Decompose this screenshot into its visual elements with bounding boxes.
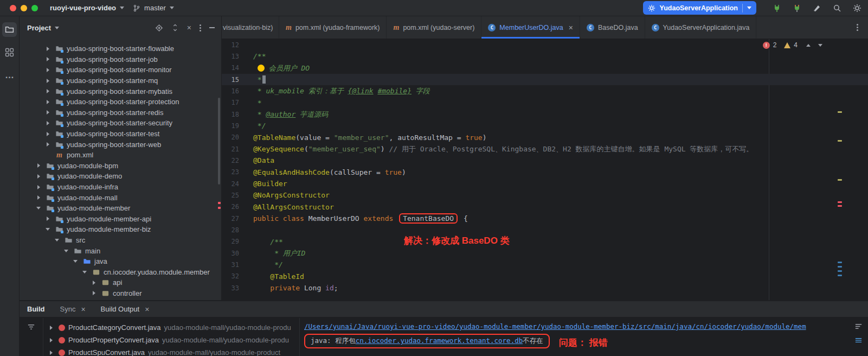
tree-chevron-icon[interactable]	[43, 217, 52, 221]
build-file-row-productspuconvert-java[interactable]: ProductSpuConvert.javayudao-module-mall/…	[47, 346, 299, 356]
stripe-mark[interactable]	[838, 266, 842, 268]
close-icon[interactable]: ×	[81, 305, 85, 314]
code-line[interactable]: 28	[222, 224, 868, 236]
tree-chevron-icon[interactable]	[53, 239, 61, 241]
tree-item-yudao-spring-boot-starter-protection[interactable]: yudao-spring-boot-starter-protection	[20, 97, 221, 107]
tree-chevron-icon[interactable]	[43, 79, 52, 83]
plugin-action-icon-3[interactable]	[813, 4, 821, 12]
locate-file-icon[interactable]	[155, 24, 163, 32]
build-output-console[interactable]: /Users/yunai/Java/ruoyi-vue-pro-video/yu…	[299, 318, 868, 356]
tree-chevron-icon[interactable]	[34, 174, 43, 179]
code-line[interactable]: 30 * 用户ID	[222, 247, 868, 259]
tree-item-yudao-module-member-api[interactable]: yudao-module-member-api	[20, 214, 221, 225]
tree-item-yudao-spring-boot-starter-mq[interactable]: yudao-spring-boot-starter-mq	[20, 75, 221, 86]
hide-panel-icon[interactable]	[209, 27, 215, 28]
build-error-package-link[interactable]: cn.iocoder.yudao.framework.tenant.core.d…	[356, 336, 523, 345]
stripe-mark[interactable]	[838, 275, 842, 276]
code-line[interactable]: 29 /**	[222, 236, 868, 247]
project-view-selector[interactable]: Project	[27, 24, 59, 32]
filter-icon[interactable]	[27, 323, 35, 356]
editor-tab-basedo-java[interactable]: CBaseDO.java	[580, 16, 645, 39]
tree-item-yudao-spring-boot-starter-test[interactable]: yudao-spring-boot-starter-test	[20, 129, 221, 139]
tab-build-output[interactable]: Build Output ×	[101, 305, 150, 314]
tree-chevron-icon[interactable]	[43, 47, 52, 51]
tree-chevron-icon[interactable]	[71, 260, 80, 263]
collapse-all-icon[interactable]: ×	[187, 24, 191, 31]
structure-tool-icon[interactable]	[2, 45, 17, 60]
tree-item-api[interactable]: api	[20, 277, 221, 288]
tree-chevron-icon[interactable]	[34, 195, 43, 200]
tree-item-yudao-spring-boot-starter-job[interactable]: yudao-spring-boot-starter-job	[20, 54, 221, 65]
tree-item-yudao-spring-boot-starter-redis[interactable]: yudao-spring-boot-starter-redis	[20, 107, 221, 118]
tree-item-pom-xml[interactable]: mpom.xml	[20, 150, 221, 161]
code-line[interactable]: 24@Builder	[222, 178, 868, 189]
tree-chevron-icon[interactable]	[43, 228, 52, 231]
error-stripe[interactable]	[837, 39, 843, 300]
editor-tab-memberuserdo-java[interactable]: CMemberUserDO.java×	[481, 16, 580, 39]
project-tool-icon[interactable]	[2, 22, 17, 37]
tree-chevron-icon[interactable]	[43, 110, 52, 115]
previous-problem-icon[interactable]	[806, 44, 811, 47]
tree-chevron-icon[interactable]	[43, 142, 52, 147]
tree-item-yudao-module-mall[interactable]: yudao-module-mall	[20, 192, 221, 203]
build-panel-title[interactable]: Build	[27, 305, 45, 313]
tree-chevron-icon[interactable]	[62, 250, 70, 252]
build-file-row-productpropertyconvert-java[interactable]: ProductPropertyConvert.javayudao-module-…	[47, 334, 299, 346]
tree-chevron-icon[interactable]	[80, 271, 89, 274]
tree-item-yudao-spring-boot-starter-mybatis[interactable]: yudao-spring-boot-starter-mybatis	[20, 86, 221, 97]
tree-item-yudao-spring-boot-starter-web[interactable]: yudao-spring-boot-starter-web	[20, 139, 221, 150]
project-scrollbar[interactable]	[218, 98, 220, 185]
tree-chevron-icon[interactable]	[34, 163, 43, 168]
tree-chevron-icon[interactable]	[89, 281, 98, 285]
row-chevron-icon[interactable]	[47, 338, 55, 342]
code-line[interactable]: 31 */	[222, 259, 868, 270]
soft-wrap-icon[interactable]	[854, 322, 863, 330]
tree-item-yudao-module-member-biz[interactable]: yudao-module-member-biz	[20, 224, 221, 235]
tree-chevron-icon[interactable]	[43, 121, 52, 125]
maximize-window-button[interactable]	[31, 5, 38, 11]
more-options-icon[interactable]	[200, 27, 201, 29]
tree-chevron-icon[interactable]	[43, 57, 52, 61]
tree-item-main[interactable]: main	[20, 245, 221, 256]
search-icon[interactable]	[833, 4, 841, 12]
stripe-mark[interactable]	[838, 205, 842, 207]
tree-item-cn-iocoder-yudao-module-member[interactable]: cn.iocoder.yudao.module.member	[20, 266, 221, 277]
branch-switcher[interactable]: master	[133, 4, 174, 12]
tree-item-yudao-module-member[interactable]: yudao-module-member	[20, 203, 221, 214]
tree-chevron-icon[interactable]	[34, 207, 43, 209]
tab-sync[interactable]: Sync ×	[60, 305, 86, 314]
stripe-mark[interactable]	[838, 201, 842, 203]
code-line[interactable]: 15 *	[222, 74, 868, 85]
stripe-mark[interactable]	[838, 111, 842, 113]
code-line[interactable]: 13/**	[222, 50, 868, 62]
tree-chevron-icon[interactable]	[43, 89, 52, 93]
plugin-action-icon-1[interactable]	[773, 4, 781, 12]
editor-tab-pom-xml-yudao-framework[interactable]: mpom.xml (yudao-framework)	[279, 16, 387, 39]
code-line[interactable]: 21@KeySequence("member_user_seq") // 用于 …	[222, 143, 868, 155]
tree-item-src[interactable]: src	[20, 235, 221, 246]
code-line[interactable]: 17 *	[222, 97, 868, 109]
tree-item-java[interactable]: java	[20, 256, 221, 267]
project-switcher[interactable]: ruoyi-vue-pro-video	[50, 4, 124, 12]
tree-item-yudao-spring-boot-starter-flowable[interactable]: yudao-spring-boot-starter-flowable	[20, 43, 221, 54]
code-line[interactable]: 23@EqualsAndHashCode(callSuper = true)	[222, 167, 868, 178]
tree-item-yudao-module-bpm[interactable]: yudao-module-bpm	[20, 161, 221, 171]
minimize-window-button[interactable]	[21, 5, 27, 11]
run-configuration-button[interactable]: YudaoServerApplication	[643, 1, 756, 15]
tree-item-yudao-module-infra[interactable]: yudao-module-infra	[20, 182, 221, 193]
next-problem-icon[interactable]	[818, 44, 822, 47]
code-line[interactable]: 16 * uk_mobile 索引：基于 {@link #mobile} 字段	[222, 85, 868, 97]
code-line[interactable]: 14 会员用户 DO	[222, 62, 868, 74]
plugin-action-icon-2[interactable]	[793, 4, 801, 12]
row-chevron-icon[interactable]	[47, 326, 55, 330]
code-line[interactable]: 26@AllArgsConstructor	[222, 201, 868, 213]
tree-item-controller[interactable]: controller	[20, 288, 221, 299]
editor-tab-yudaoserverapplication-java[interactable]: CYudaoServerApplication.java	[645, 16, 757, 39]
file-path-link[interactable]: /Users/yunai/Java/ruoyi-vue-pro-video/yu…	[304, 322, 868, 330]
code-line[interactable]: 33 private Long id;	[222, 282, 868, 294]
error-highlight-box[interactable]: TenantBaseDO	[399, 213, 458, 224]
tree-chevron-icon[interactable]	[43, 68, 52, 72]
close-window-button[interactable]	[10, 5, 16, 11]
stripe-mark[interactable]	[838, 262, 842, 263]
editor-tab-visualization-biz[interactable]: visualization-biz)	[222, 16, 279, 39]
